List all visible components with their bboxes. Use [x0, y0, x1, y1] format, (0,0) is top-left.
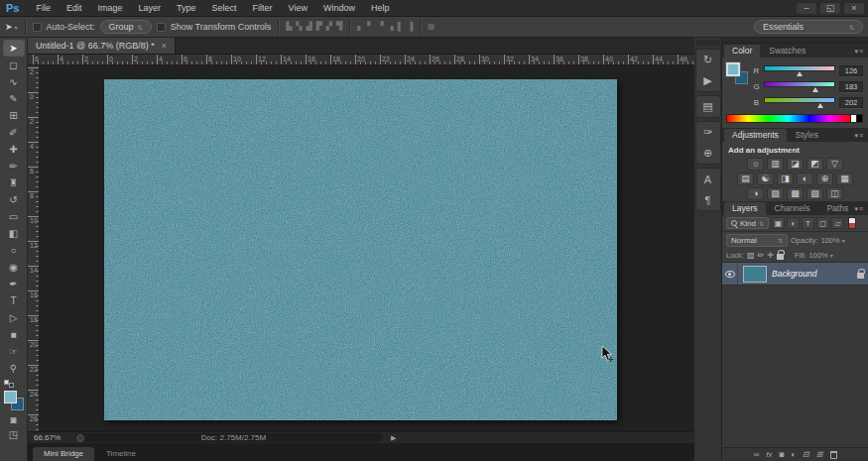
layer-row-background[interactable]: Background — [722, 262, 868, 286]
lock-pixels-icon[interactable]: ✏ — [758, 251, 765, 260]
filter-adjustment-layers-icon[interactable]: ◐ — [787, 217, 800, 229]
hand-tool[interactable]: ☞ — [3, 343, 25, 360]
distribute-left-edges-icon[interactable]: ▗ — [388, 23, 394, 31]
menu-help[interactable]: Help — [363, 3, 398, 13]
spectrum-ramp[interactable] — [726, 114, 851, 123]
path-selection-tool[interactable]: ▷ — [3, 309, 25, 326]
lock-position-icon[interactable]: ✛ — [767, 251, 774, 260]
marquee-tool[interactable]: ◻ — [3, 57, 25, 73]
filter-type-layers-icon[interactable]: T — [802, 217, 814, 229]
channel-value-field[interactable]: 126 — [839, 65, 863, 76]
gradient-tool[interactable]: ◧ — [3, 225, 25, 242]
new-group-icon[interactable]: ⊟ — [803, 450, 809, 459]
black-white-icon[interactable]: ◨ — [777, 173, 794, 185]
fill-field[interactable]: 100% ▾ — [809, 251, 833, 260]
curves-icon[interactable]: ◪ — [787, 158, 804, 171]
lasso-tool[interactable]: ∿ — [3, 73, 25, 90]
distribute-top-edges-icon[interactable]: ▖ — [357, 23, 363, 31]
foreground-color-swatch[interactable] — [4, 391, 17, 403]
close-icon[interactable]: × — [162, 41, 167, 51]
exposure-icon[interactable]: ◩ — [806, 158, 823, 171]
tab-timeline[interactable]: Timeline — [95, 447, 147, 461]
distribute-horizontal-centers-icon[interactable]: ▌ — [398, 23, 404, 31]
crop-tool[interactable]: ⊞ — [3, 107, 25, 124]
properties-panel-icon[interactable]: ▤ — [696, 96, 720, 117]
photo-filter-icon[interactable]: ◐ — [797, 173, 813, 185]
tab-styles[interactable]: Styles — [788, 129, 826, 142]
menu-image[interactable]: Image — [90, 3, 131, 13]
panel-menu-icon[interactable]: ▾≡ — [854, 132, 864, 140]
color-lookup-icon[interactable]: ▦ — [836, 173, 853, 185]
invert-icon[interactable]: ◑ — [747, 187, 764, 200]
red-slider[interactable]: R 126 — [753, 62, 863, 78]
layer-style-icon[interactable]: fx — [766, 450, 772, 459]
paragraph-panel-icon[interactable]: ¶ — [696, 189, 720, 210]
slider-track[interactable] — [764, 97, 835, 103]
minimize-button[interactable]: – — [796, 2, 817, 15]
quick-mask-button[interactable]: ◙ — [3, 412, 25, 427]
channel-value-field[interactable]: 202 — [839, 97, 863, 108]
menu-file[interactable]: File — [28, 3, 59, 13]
opacity-field[interactable]: 100% ▾ — [821, 236, 845, 245]
menu-select[interactable]: Select — [204, 3, 245, 13]
visibility-toggle[interactable] — [722, 263, 738, 285]
restore-button[interactable]: ◱ — [819, 2, 841, 15]
brush-panel-icon[interactable]: ✑ — [696, 122, 720, 143]
history-panel-icon[interactable]: ↻ — [696, 50, 720, 70]
auto-align-layers-icon[interactable]: ▦ — [428, 23, 435, 31]
lock-all-icon[interactable] — [777, 254, 784, 260]
blur-tool[interactable]: ○ — [3, 242, 25, 259]
show-transform-controls-checkbox[interactable] — [157, 23, 166, 32]
tab-swatches[interactable]: Swatches — [761, 45, 813, 58]
move-tool[interactable]: ➤ — [3, 40, 25, 57]
dock-grip[interactable] — [696, 40, 720, 46]
foreground-color-swatch[interactable] — [726, 62, 740, 76]
blue-slider[interactable]: B 202 — [753, 94, 863, 110]
document-tab[interactable]: Untitled-1 @ 66.7% (RGB/8) * × — [28, 38, 176, 54]
vertical-ruler[interactable]: 20246810121416182022242628 — [28, 65, 40, 431]
slider-thumb[interactable] — [812, 87, 818, 92]
slider-thumb[interactable] — [817, 103, 823, 108]
rectangle-tool[interactable]: ■ — [3, 326, 25, 343]
default-colors-icon[interactable] — [4, 380, 14, 388]
threshold-icon[interactable]: ▩ — [787, 187, 804, 200]
brightness-contrast-icon[interactable]: ☼ — [747, 158, 764, 171]
new-adjustment-layer-icon[interactable]: ◐ — [791, 450, 796, 459]
levels-icon[interactable]: ▥ — [767, 158, 784, 171]
filter-toggle-switch[interactable] — [848, 217, 856, 229]
tab-layers[interactable]: Layers — [724, 202, 766, 215]
gradient-map-icon[interactable]: ▧ — [806, 187, 823, 200]
menu-window[interactable]: Window — [315, 3, 363, 13]
dodge-tool[interactable]: ◉ — [3, 259, 25, 276]
clone-stamp-tool[interactable]: ♜ — [3, 174, 25, 191]
quick-selection-tool[interactable]: ✎ — [3, 90, 25, 107]
eyedropper-tool[interactable]: ✐ — [3, 124, 25, 141]
channel-mixer-icon[interactable]: ⊕ — [816, 173, 833, 185]
distribute-bottom-edges-icon[interactable]: ▝ — [377, 23, 383, 31]
align-bottom-edges-icon[interactable]: ▜ — [336, 23, 342, 31]
menu-view[interactable]: View — [281, 3, 315, 13]
canvas[interactable] — [104, 79, 617, 420]
hue-saturation-icon[interactable]: ▤ — [737, 173, 754, 185]
channel-value-field[interactable]: 183 — [839, 81, 863, 92]
selective-color-icon[interactable]: ◫ — [826, 187, 843, 200]
black-swatch[interactable] — [857, 114, 863, 123]
status-options-arrow[interactable]: ▶ — [391, 434, 396, 442]
filter-shape-layers-icon[interactable]: ◻ — [816, 217, 829, 229]
tab-mini-bridge[interactable]: Mini Bridge — [33, 447, 94, 461]
brush-tool[interactable]: ✏ — [3, 158, 25, 174]
character-panel-icon[interactable]: A — [696, 169, 720, 189]
menu-type[interactable]: Type — [169, 3, 204, 13]
actions-panel-icon[interactable]: ▶ — [696, 70, 720, 91]
filter-pixel-layers-icon[interactable]: ▣ — [772, 217, 785, 229]
distribute-vertical-centers-icon[interactable]: ▘ — [367, 23, 373, 31]
align-horizontal-centers-icon[interactable]: ▚ — [296, 23, 302, 31]
zoom-tool[interactable]: ⚲ — [3, 360, 25, 377]
healing-brush-tool[interactable]: ✚ — [3, 141, 25, 158]
layer-thumbnail[interactable] — [743, 266, 767, 283]
filter-smart-objects-icon[interactable]: ▱ — [831, 217, 844, 229]
menu-layer[interactable]: Layer — [131, 3, 170, 13]
eraser-tool[interactable]: ▭ — [3, 208, 25, 225]
panel-menu-icon[interactable]: ▾≡ — [854, 48, 864, 56]
slider-track[interactable] — [764, 81, 835, 87]
